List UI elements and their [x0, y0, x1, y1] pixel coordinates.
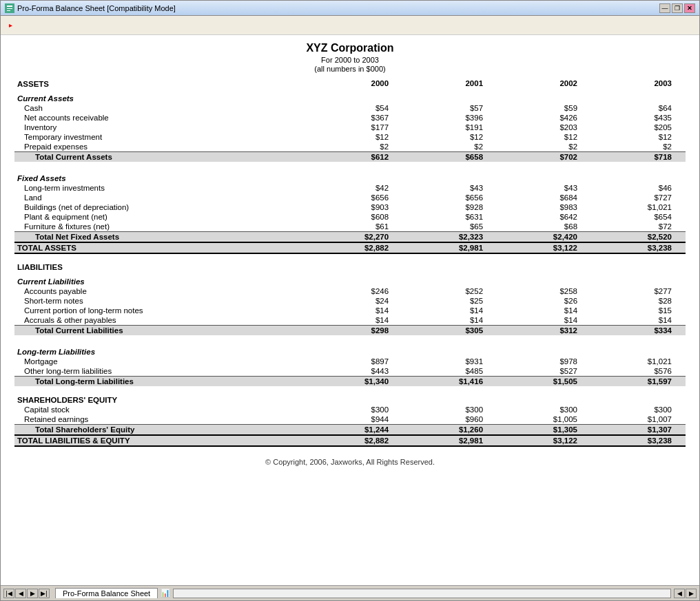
scroll-right-button[interactable]: ▶: [686, 589, 697, 598]
plant-label: Plant & equipment (net): [14, 212, 308, 222]
year-2001-header: 2001: [402, 77, 497, 89]
minimize-button[interactable]: —: [659, 3, 670, 13]
spacer: [14, 335, 686, 342]
net-ar-label: Net accounts receivable: [14, 113, 308, 123]
total-le-2002: $3,122: [497, 435, 591, 446]
statusbar: |◀ ◀ ▶ ▶| Pro-Forma Balance Sheet 📊 ◀ ▶: [1, 585, 699, 600]
year-2003-header: 2003: [591, 77, 686, 89]
other-lt-label: Other long-term liabilities: [14, 366, 308, 377]
spreadsheet-area[interactable]: XYZ Corporation For 2000 to 2003 (all nu…: [1, 35, 699, 585]
table-row: Current portion of long-term notes $14 $…: [14, 306, 686, 315]
prepaid-label: Prepaid expenses: [14, 142, 308, 152]
first-sheet-button[interactable]: |◀: [3, 589, 14, 598]
document-subtitle1: For 2000 to 2003: [14, 56, 686, 64]
ap-label: Accounts payable: [14, 286, 308, 296]
horizontal-scrollbar[interactable]: [173, 589, 671, 598]
fixed-assets-header: Fixed Assets: [14, 169, 308, 183]
scroll-left-button[interactable]: ◀: [674, 589, 685, 598]
lt-inv-2000: $42: [308, 183, 402, 193]
total-le-2000: $2,882: [308, 435, 402, 446]
total-cl-2001: $305: [402, 326, 497, 336]
compatibility-indicator: ▸: [9, 21, 12, 29]
table-row: Buildings (net of depreciation) $903 $92…: [14, 202, 686, 212]
svg-rect-3: [7, 10, 10, 11]
close-button[interactable]: ✕: [684, 3, 695, 13]
temp-inv-label: Temporary investment: [14, 132, 308, 142]
total-equity-row: Total Shareholders' Equity $1,244 $1,260…: [14, 425, 686, 436]
app-icon: [5, 3, 14, 13]
document-title: XYZ Corporation: [14, 42, 686, 54]
capital-2000: $300: [308, 405, 402, 414]
spacer: [14, 162, 686, 169]
inventory-2001: $191: [402, 123, 497, 132]
total-current-assets-label: Total Current Assets: [14, 152, 308, 162]
temp-inv-2003: $12: [591, 132, 686, 142]
next-sheet-button[interactable]: ▶: [27, 589, 38, 598]
last-sheet-button[interactable]: ▶|: [39, 589, 50, 598]
total-nfa-2003: $2,520: [591, 232, 686, 243]
total-nfa-2001: $2,323: [402, 232, 497, 243]
accruals-2003: $14: [591, 315, 686, 326]
table-row: Inventory $177 $191 $203 $205: [14, 123, 686, 132]
total-ca-2002: $702: [497, 152, 591, 162]
retained-label: Retained earnings: [14, 414, 308, 425]
cplt-label: Current portion of long-term notes: [14, 306, 308, 315]
land-label: Land: [14, 193, 308, 202]
furniture-label: Furniture & fixtures (net): [14, 222, 308, 232]
total-le-2003: $3,238: [591, 435, 686, 446]
copyright: © Copyright, 2006, Jaxworks, All Rights …: [14, 458, 686, 466]
accruals-2000: $14: [308, 315, 402, 326]
table-row: Land $656 $656 $684 $727: [14, 193, 686, 202]
restore-button[interactable]: ❐: [672, 3, 683, 13]
table-row: Short-term notes $24 $25 $26 $28: [14, 296, 686, 306]
sheet-tab[interactable]: Pro-Forma Balance Sheet: [55, 588, 158, 598]
other-lt-2002: $527: [497, 366, 591, 377]
cplt-2003: $15: [591, 306, 686, 315]
capital-2003: $300: [591, 405, 686, 414]
retained-2003: $1,007: [591, 414, 686, 425]
total-liabilities-equity-row: TOTAL LIABILITIES & EQUITY $2,882 $2,981…: [14, 435, 686, 446]
plant-2000: $608: [308, 212, 402, 222]
sheet-content: XYZ Corporation For 2000 to 2003 (all nu…: [1, 35, 699, 480]
total-eq-2003: $1,307: [591, 425, 686, 436]
spacer: [14, 386, 686, 393]
cash-2003: $64: [591, 103, 686, 113]
prepaid-2001: $2: [402, 142, 497, 152]
prepaid-2000: $2: [308, 142, 402, 152]
temp-inv-2000: $12: [308, 132, 402, 142]
plant-2002: $642: [497, 212, 591, 222]
lt-inv-2002: $43: [497, 183, 591, 193]
total-lt-liabilities-row: Total Long-term Liabilities $1,340 $1,41…: [14, 377, 686, 387]
svg-rect-1: [7, 6, 12, 7]
other-lt-2003: $576: [591, 366, 686, 377]
total-cl-2002: $312: [497, 326, 591, 336]
total-lt-2003: $1,597: [591, 377, 686, 387]
stn-2003: $28: [591, 296, 686, 306]
current-liabilities-header: Current Liabilities: [14, 272, 308, 286]
total-assets-2003: $3,238: [591, 242, 686, 253]
temp-inv-2001: $12: [402, 132, 497, 142]
plant-2003: $654: [591, 212, 686, 222]
net-ar-2001: $396: [402, 113, 497, 123]
stn-2000: $24: [308, 296, 402, 306]
ap-2003: $277: [591, 286, 686, 296]
prepaid-2002: $2: [497, 142, 591, 152]
mortgage-2003: $1,021: [591, 357, 686, 366]
equity-header: SHAREHOLDERS' EQUITY: [14, 393, 308, 405]
cash-2002: $59: [497, 103, 591, 113]
sheet-navigation[interactable]: |◀ ◀ ▶ ▶|: [3, 589, 50, 598]
prev-sheet-button[interactable]: ◀: [15, 589, 26, 598]
inventory-2003: $205: [591, 123, 686, 132]
land-2002: $684: [497, 193, 591, 202]
cash-2001: $57: [402, 103, 497, 113]
stn-label: Short-term notes: [14, 296, 308, 306]
net-ar-2003: $435: [591, 113, 686, 123]
table-row: Accounts payable $246 $252 $258 $277: [14, 286, 686, 296]
prepaid-2003: $2: [591, 142, 686, 152]
capital-label: Capital stock: [14, 405, 308, 414]
total-lt-2002: $1,505: [497, 377, 591, 387]
furniture-2003: $72: [591, 222, 686, 232]
total-eq-2002: $1,305: [497, 425, 591, 436]
buildings-2002: $983: [497, 202, 591, 212]
total-lt-2000: $1,340: [308, 377, 402, 387]
